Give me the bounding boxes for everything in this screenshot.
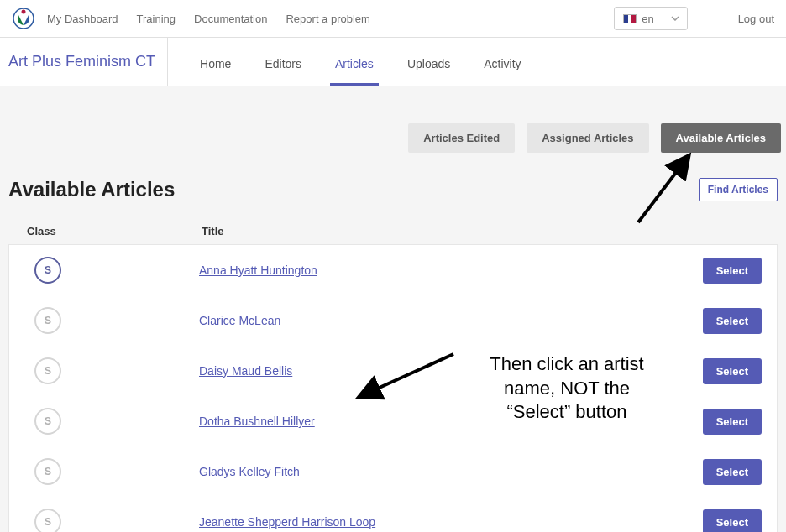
filter-available-articles[interactable]: Available Articles bbox=[661, 123, 781, 153]
section-title: Available Articles bbox=[8, 178, 175, 201]
table-row: SGladys Kelley FitchSelect bbox=[9, 446, 777, 497]
tab-activity[interactable]: Activity bbox=[472, 39, 532, 86]
filter-assigned-articles[interactable]: Assigned Articles bbox=[527, 123, 648, 153]
class-badge: S bbox=[34, 357, 61, 384]
select-button[interactable]: Select bbox=[703, 509, 762, 533]
article-title-link[interactable]: Gladys Kelley Fitch bbox=[199, 465, 703, 478]
language-selector[interactable]: en bbox=[614, 7, 687, 30]
tab-editors[interactable]: Editors bbox=[253, 39, 313, 86]
class-badge: S bbox=[34, 307, 61, 334]
select-button[interactable]: Select bbox=[703, 308, 762, 334]
table-row: SClarice McLeanSelect bbox=[9, 295, 777, 346]
tab-articles[interactable]: Articles bbox=[323, 39, 385, 86]
class-badge: S bbox=[34, 458, 61, 485]
annotation-text: Then click an artist name, NOT the “Sele… bbox=[470, 352, 663, 425]
class-badge: S bbox=[34, 509, 61, 532]
language-code: en bbox=[642, 13, 653, 25]
table-row: SAnna Hyatt HuntingtonSelect bbox=[9, 245, 777, 295]
program-title[interactable]: Art Plus Feminism CT bbox=[0, 38, 168, 86]
filter-articles-edited[interactable]: Articles Edited bbox=[408, 123, 515, 153]
nav-training[interactable]: Training bbox=[137, 13, 176, 25]
svg-point-1 bbox=[22, 10, 26, 14]
nav-documentation[interactable]: Documentation bbox=[194, 13, 267, 25]
select-button[interactable]: Select bbox=[703, 459, 762, 485]
nav-report-problem[interactable]: Report a problem bbox=[286, 13, 369, 25]
class-badge: S bbox=[34, 257, 61, 284]
tab-home[interactable]: Home bbox=[188, 39, 243, 86]
chevron-down-icon bbox=[663, 8, 687, 29]
article-title-link[interactable]: Jeanette Shepperd Harrison Loop bbox=[199, 515, 703, 529]
table-row: SJeanette Shepperd Harrison LoopSelect bbox=[9, 497, 777, 532]
find-articles-button[interactable]: Find Articles bbox=[699, 178, 778, 201]
class-badge: S bbox=[34, 408, 61, 435]
column-header-class: Class bbox=[27, 225, 202, 237]
nav-my-dashboard[interactable]: My Dashboard bbox=[47, 13, 118, 25]
article-title-link[interactable]: Clarice McLean bbox=[199, 314, 703, 327]
flag-icon bbox=[623, 14, 637, 23]
article-title-link[interactable]: Anna Hyatt Huntington bbox=[199, 263, 703, 277]
logo[interactable] bbox=[12, 7, 35, 30]
select-button[interactable]: Select bbox=[703, 258, 762, 284]
select-button[interactable]: Select bbox=[703, 409, 762, 435]
tab-uploads[interactable]: Uploads bbox=[396, 39, 462, 86]
column-header-title: Title bbox=[202, 225, 762, 237]
select-button[interactable]: Select bbox=[703, 358, 762, 384]
logout-link[interactable]: Log out bbox=[738, 13, 774, 25]
